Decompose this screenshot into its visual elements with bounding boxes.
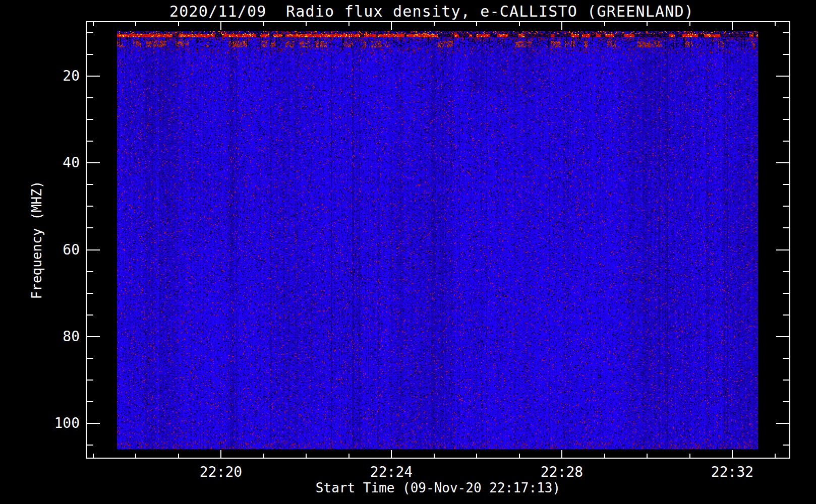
x-axis-top-major-tick (391, 22, 392, 30)
x-axis-top-minor-tick (647, 22, 648, 26)
y-axis-right-major-tick (776, 249, 789, 250)
x-axis-minor-tick (306, 454, 307, 458)
x-axis-minor-tick (775, 454, 776, 458)
y-axis-minor-tick (87, 314, 93, 316)
y-axis-minor-tick (87, 445, 93, 446)
y-axis-minor-tick (87, 401, 93, 402)
y-tick-label: 80 (24, 328, 80, 345)
y-axis-right-major-tick (776, 162, 789, 163)
x-axis-minor-tick (519, 454, 520, 458)
x-axis-minor-tick (434, 454, 435, 458)
x-tick-label: 22:24 (351, 464, 432, 480)
y-axis-right-minor-tick (783, 293, 789, 294)
y-axis-right-minor-tick (783, 141, 789, 142)
y-axis-right-minor-tick (783, 445, 789, 446)
x-axis-major-tick (220, 450, 221, 458)
y-tick-label: 20 (24, 68, 80, 85)
y-axis-right-minor-tick (783, 54, 789, 55)
y-axis-right-major-tick (776, 76, 789, 77)
y-axis-minor-tick (87, 227, 93, 228)
x-axis-top-minor-tick (93, 22, 94, 26)
x-axis-top-minor-tick (604, 22, 605, 26)
y-axis-right-minor-tick (783, 184, 789, 185)
x-axis-top-minor-tick (348, 22, 349, 26)
y-axis-right-minor-tick (783, 227, 789, 228)
y-axis-right-minor-tick (783, 401, 789, 402)
x-tick-label: 22:32 (692, 464, 773, 480)
x-axis-minor-tick (135, 454, 136, 458)
y-axis-minor-tick (87, 119, 93, 120)
x-axis-top-minor-tick (263, 22, 264, 26)
y-axis-right-major-tick (776, 336, 789, 337)
x-axis-minor-tick (647, 454, 648, 458)
x-axis-minor-tick (93, 454, 94, 458)
x-axis-major-tick (732, 450, 733, 458)
x-axis-minor-tick (178, 454, 179, 458)
y-tick-label: 100 (24, 415, 80, 432)
y-tick-label: 60 (24, 241, 80, 259)
x-axis-minor-tick (263, 454, 264, 458)
chart-title: 2020/11/09 Radio flux density, e-CALLIST… (86, 3, 777, 20)
x-axis-major-tick (561, 450, 562, 458)
x-axis-title: Start Time (09-Nov-20 22:17:13) (86, 480, 790, 495)
x-tick-label: 22:20 (181, 464, 261, 480)
y-axis-minor-tick (87, 54, 93, 55)
x-axis-top-minor-tick (178, 22, 179, 26)
y-axis-right-minor-tick (783, 32, 789, 33)
y-axis-minor-tick (87, 97, 93, 98)
y-axis-right-minor-tick (783, 314, 789, 316)
x-axis-top-major-tick (561, 22, 562, 30)
y-axis-major-tick (87, 249, 100, 250)
y-axis-major-tick (87, 162, 100, 163)
x-axis-top-minor-tick (775, 22, 776, 26)
y-axis-title: Frequency (MHZ) (29, 181, 44, 299)
x-axis-top-minor-tick (476, 22, 477, 26)
y-axis-minor-tick (87, 206, 93, 207)
x-axis-major-tick (391, 450, 392, 458)
y-axis-major-tick (87, 76, 100, 77)
x-axis-top-minor-tick (434, 22, 435, 26)
spectrogram-canvas (117, 31, 758, 449)
y-axis-right-major-tick (776, 423, 789, 424)
x-axis-top-minor-tick (519, 22, 520, 26)
x-axis-minor-tick (604, 454, 605, 458)
x-axis-top-minor-tick (689, 22, 690, 26)
y-axis-minor-tick (87, 380, 93, 381)
y-tick-label: 40 (24, 154, 80, 171)
x-tick-label: 22:28 (521, 464, 602, 480)
y-axis-minor-tick (87, 293, 93, 294)
y-axis-right-minor-tick (783, 97, 789, 98)
x-axis-minor-tick (689, 454, 690, 458)
y-axis-right-minor-tick (783, 380, 789, 381)
x-axis-minor-tick (348, 454, 349, 458)
y-axis-right-minor-tick (783, 358, 789, 359)
x-axis-minor-tick (476, 454, 477, 458)
spectrogram-figure: 2020/11/09 Radio flux density, e-CALLIST… (0, 0, 816, 504)
y-axis-right-minor-tick (783, 206, 789, 207)
y-axis-minor-tick (87, 141, 93, 142)
x-axis-top-minor-tick (306, 22, 307, 26)
y-axis-minor-tick (87, 271, 93, 272)
y-axis-minor-tick (87, 358, 93, 359)
y-axis-major-tick (87, 336, 100, 337)
x-axis-top-minor-tick (135, 22, 136, 26)
x-axis-top-major-tick (220, 22, 221, 30)
y-axis-minor-tick (87, 184, 93, 185)
y-axis-major-tick (87, 423, 100, 424)
y-axis-right-minor-tick (783, 119, 789, 120)
x-axis-top-major-tick (732, 22, 733, 30)
y-axis-right-minor-tick (783, 271, 789, 272)
y-axis-minor-tick (87, 32, 93, 33)
